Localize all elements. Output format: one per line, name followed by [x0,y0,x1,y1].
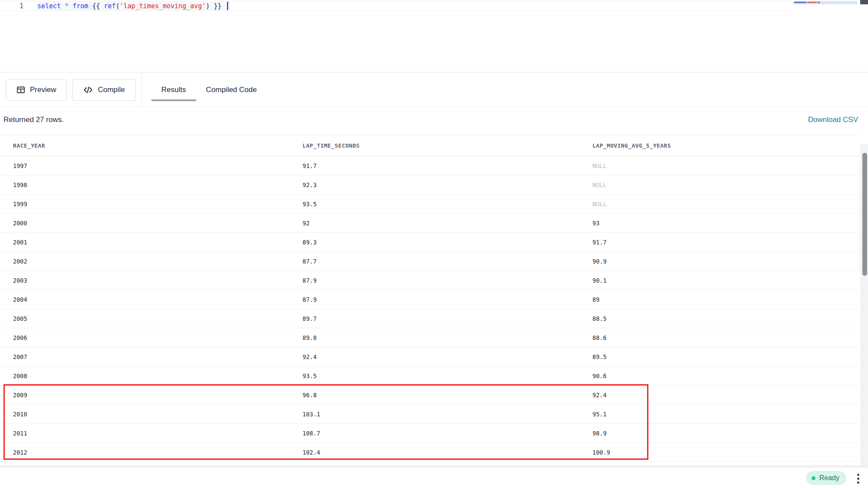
table-cell: NULL [592,201,859,208]
table-cell: 93.5 [302,373,592,379]
tab-results[interactable]: Results [151,73,196,107]
results-panel: Returned 27 rows. Download CSV RACE_YEAR… [0,107,868,465]
table-cell: 95.1 [592,411,859,418]
table-cell: 98.9 [592,430,859,437]
table-row: 200589.788.5 [0,309,859,328]
tab-compiled-code-label: Compiled Code [206,86,257,94]
table-cell: 90.1 [592,277,859,284]
table-cell: 102.4 [302,449,592,456]
table-cell: 93 [592,220,859,227]
editor-scrollbar-thumb[interactable] [860,0,868,4]
table-cell: 100.9 [592,449,859,456]
table-row: 200996.892.4 [0,386,859,405]
kebab-menu-icon[interactable] [856,473,860,485]
results-scrollbar-track[interactable] [861,144,868,465]
minimap-code-mark [794,2,806,3]
table-row: 199892.3NULL [0,175,859,195]
minimap[interactable] [793,1,857,4]
table-body: 199791.7NULL199892.3NULL199993.5NULL2000… [0,156,859,462]
table-cell: 103.1 [302,411,592,418]
table-cell: 89 [592,296,859,303]
table-cell: 2012 [13,449,302,456]
status-bar: Ready [0,465,868,488]
preview-button[interactable]: Preview [6,79,67,101]
table-cell: 91.7 [302,162,592,169]
table-cell: 93.5 [302,201,592,208]
table-row: 200387.990.1 [0,271,859,290]
text-cursor [227,2,228,10]
tab-results-label: Results [161,86,186,94]
code-icon [83,86,93,94]
download-csv-link[interactable]: Download CSV [808,115,858,124]
table-cell: 88.6 [592,334,859,341]
code-line[interactable]: select * from {{ ref('lap_times_moving_a… [36,2,228,10]
table-row: 200487.989 [0,290,859,309]
preview-button-label: Preview [30,86,56,94]
row-count-text: Returned 27 rows. [3,115,64,124]
table-row: 2010103.195.1 [0,405,859,424]
table-grid-icon [16,86,25,94]
column-header-lap-time-seconds: LAP_TIME_SECONDS [302,142,592,149]
results-scrollbar-thumb[interactable] [862,153,867,276]
table-cell: 91.7 [592,239,859,246]
table-cell: 87.7 [302,258,592,265]
table-row: 200287.790.9 [0,252,859,271]
table-cell: 1999 [13,201,302,208]
column-header-lap-moving-avg-5-years: LAP_MOVING_AVG_5_YEARS [592,142,859,149]
table-cell: 2000 [13,220,302,227]
table-row: 200189.391.7 [0,233,859,252]
table-cell: 87.9 [302,277,592,284]
table-row: 199993.5NULL [0,195,859,214]
table-cell: 2009 [13,392,302,399]
table-cell: 2008 [13,373,302,379]
table-cell: 89.3 [302,239,592,246]
table-cell: 90.6 [592,373,859,379]
table-cell: 89.5 [592,353,859,360]
table-cell: 92 [302,220,592,227]
table-cell: 89.8 [302,334,592,341]
column-header-race-year: RACE_YEAR [13,142,302,149]
ready-status-badge[interactable]: Ready [806,471,846,485]
table-row: 199791.7NULL [0,156,859,175]
table-row: 2012102.4100.9 [0,443,859,462]
table-cell: 96.8 [302,392,592,399]
table-cell: 2011 [13,430,302,437]
table-cell: 108.7 [302,430,592,437]
table-cell: 87.9 [302,296,592,303]
table-cell: 92.4 [302,353,592,360]
table-cell: 2004 [13,296,302,303]
table-cell: 1998 [13,181,302,188]
table-row: 200689.888.6 [0,328,859,347]
table-cell: 92.3 [302,181,592,188]
code-tokens: select * from {{ ref('lap_times_moving_a… [36,2,227,10]
minimap-code-mark [818,2,820,3]
table-cell: NULL [592,162,859,169]
table-cell: 90.9 [592,258,859,265]
code-editor[interactable]: 1 select * from {{ ref('lap_times_moving… [0,0,868,72]
table-cell: 2007 [13,353,302,360]
toolbar-divider [141,73,142,107]
table-row: 20009293 [0,214,859,233]
table-cell: 2010 [13,411,302,418]
table-cell: NULL [592,181,859,188]
table-cell: 1997 [13,162,302,169]
results-tabs: Results Compiled Code [151,73,267,107]
table-cell: 2006 [13,334,302,341]
table-cell: 88.5 [592,315,859,322]
table-cell: 92.4 [592,392,859,399]
ready-status-label: Ready [819,474,839,482]
tab-compiled-code[interactable]: Compiled Code [196,73,267,107]
results-summary-row: Returned 27 rows. Download CSV [0,107,868,135]
table-cell: 2001 [13,239,302,246]
toolbar: Preview Compile Results Compiled Code [0,72,868,107]
table-cell: 2002 [13,258,302,265]
table-row: 200792.489.5 [0,347,859,366]
panel-resize-divider[interactable] [0,465,868,468]
compile-button[interactable]: Compile [72,79,135,101]
table-row: 2011108.798.9 [0,424,859,443]
compile-button-label: Compile [98,86,125,94]
table-row: 200893.590.6 [0,366,859,386]
table-header-row: RACE_YEAR LAP_TIME_SECONDS LAP_MOVING_AV… [0,135,859,156]
minimap-code-mark [807,2,817,3]
table-cell: 2003 [13,277,302,284]
